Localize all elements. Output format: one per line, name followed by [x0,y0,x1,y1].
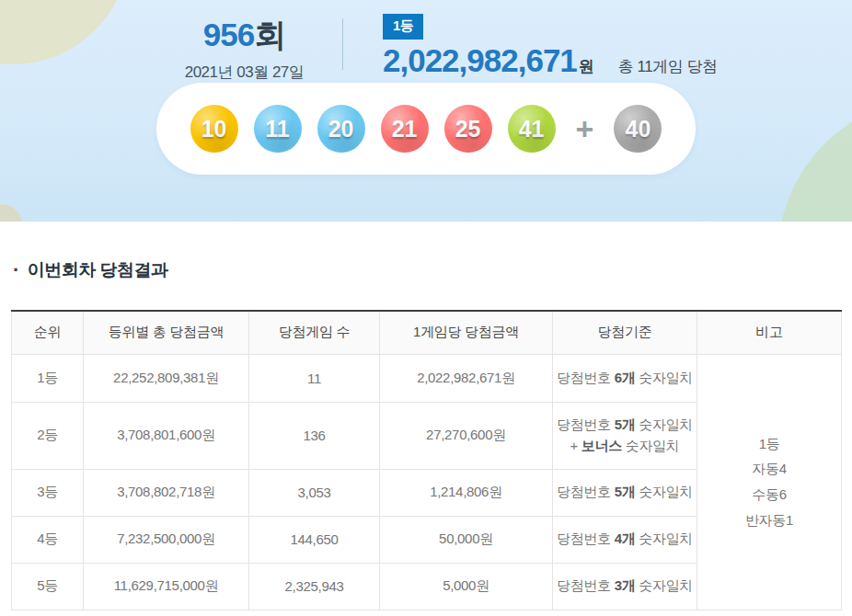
cell-criteria: 당첨번호 6개 숫자일치 [553,354,697,402]
plus-icon: + [576,113,594,144]
cell-games: 136 [249,402,380,469]
cell-rank: 4등 [12,516,84,563]
note-line: 자동4 [697,456,841,482]
section-title: · 이번회차 당첨결과 [13,258,852,282]
cell-per-game: 1,214,806원 [380,469,553,516]
lotto-ball-6: 41 [508,105,556,153]
lotto-ball-3: 20 [317,105,365,153]
cell-criteria: 당첨번호 4개 숫자일치 [553,516,697,563]
results-hero: 956회 2021년 03월 27일 1등 2,022,982,671원총 11… [0,0,852,222]
lotto-ball-1: 10 [190,105,238,153]
prize-amount-line: 2,022,982,671원총 11게임 당첨 [383,42,717,79]
cell-rank: 1등 [12,354,84,402]
vertical-divider [342,18,343,70]
lotto-ball-2: 11 [254,105,302,153]
draw-info: 956회 2021년 03월 27일 [155,14,334,83]
bullet-icon: · [13,260,19,280]
header-note: 비고 [697,311,842,354]
currency-label: 원 [579,58,594,75]
note-line: 수동6 [697,482,841,508]
results-table: 순위 등위별 총 당첨금액 당첨게임 수 1게임당 당첨금액 당첨기준 비고 1… [11,310,842,610]
total-games-label: 총 11게임 당첨 [618,58,718,75]
draw-date: 2021년 03월 27일 [155,62,334,83]
draw-round-number: 956 [203,17,254,52]
winning-numbers-panel: 10 11 20 21 25 41 + 40 [156,83,696,175]
rank-badge: 1등 [383,14,423,40]
cell-total: 3,708,801,600원 [84,402,249,469]
bonus-ball: 40 [614,105,662,153]
cell-criteria: 당첨번호 3개 숫자일치 [553,563,697,610]
cell-per-game: 27,270,600원 [380,402,553,469]
draw-round-suffix: 회 [254,17,285,52]
header-rank: 순위 [12,311,84,354]
draw-round: 956회 [155,14,334,57]
table-header-row: 순위 등위별 총 당첨금액 당첨게임 수 1게임당 당첨금액 당첨기준 비고 [12,311,842,354]
cell-games: 2,325,943 [249,563,380,610]
header-game-count: 당첨게임 수 [249,311,380,354]
table-row-rank1: 1등 22,252,809,381원 11 2,022,982,671원 당첨번… [12,354,842,402]
decor-circle-top-left [0,0,129,64]
note-line: 1등 [697,431,841,457]
prize-amount: 2,022,982,671 [383,42,577,78]
note-line: 반자동1 [697,508,841,533]
cell-criteria: 당첨번호 5개 숫자일치 + 보너스 숫자일치 [553,402,697,469]
decor-circle-right [777,97,852,222]
lotto-ball-4: 21 [381,105,429,153]
cell-criteria: 당첨번호 5개 숫자일치 [553,469,697,516]
decor-circle-bottom-left [0,204,22,222]
section-title-text: 이번회차 당첨결과 [28,258,168,282]
cell-rank: 2등 [12,402,84,469]
cell-rank: 3등 [12,469,84,516]
cell-note: 1등 자동4 수동6 반자동1 [697,354,842,610]
cell-total: 3,708,802,718원 [84,469,249,516]
cell-games: 11 [249,354,380,402]
cell-per-game: 2,022,982,671원 [380,354,553,402]
first-prize-info: 1등 2,022,982,671원총 11게임 당첨 [383,14,717,79]
header-criteria: 당첨기준 [553,311,697,354]
cell-games: 3,053 [249,469,380,516]
cell-per-game: 5,000원 [380,563,553,610]
cell-total: 11,629,715,000원 [84,563,249,610]
header-total-prize: 등위별 총 당첨금액 [84,311,249,354]
cell-total: 7,232,500,000원 [84,516,249,563]
header-per-game-prize: 1게임당 당첨금액 [380,311,553,354]
lotto-ball-5: 25 [444,105,492,153]
cell-rank: 5등 [12,563,84,610]
cell-total: 22,252,809,381원 [84,354,249,402]
cell-per-game: 50,000원 [380,516,553,563]
cell-games: 144,650 [249,516,380,563]
